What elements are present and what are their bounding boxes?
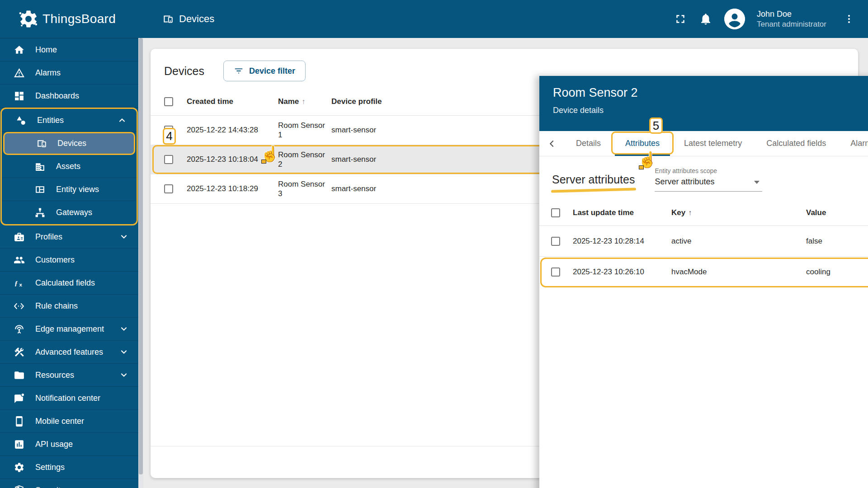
col-name[interactable]: Name↑ <box>278 97 331 106</box>
sidebar-item-notification-center[interactable]: Notification center <box>0 387 138 410</box>
yellow-underline-annotation <box>551 188 636 192</box>
sidebar-item-settings[interactable]: Settings <box>0 456 138 479</box>
calculated-fields-icon: ƒx <box>14 277 25 289</box>
sort-asc-icon: ↑ <box>688 209 692 216</box>
attributes-scope-select[interactable]: Entity attributes scope Server attribute… <box>655 167 762 192</box>
sidebar-item-label: Calculated fields <box>35 278 95 288</box>
thingsboard-app: ThingsBoard Devices John Doe Tenant admi… <box>0 0 868 488</box>
fullscreen-icon[interactable] <box>674 12 687 26</box>
sidebar-item-calculated-fields[interactable]: ƒxCalculated fields <box>0 272 138 295</box>
sidebar-item-profiles[interactable]: Profiles <box>0 225 138 249</box>
scrollbar-thumb[interactable] <box>139 38 143 474</box>
devices-icon <box>36 138 47 149</box>
row-checkbox[interactable] <box>551 237 560 246</box>
col-created-time[interactable]: Created time <box>187 97 278 106</box>
last-update-cell: 2025-12-23 10:26:10 <box>573 267 671 277</box>
user-info[interactable]: John Doe Tenant administrator <box>757 9 826 29</box>
device-filter-label: Device filter <box>249 66 295 76</box>
sidebar-nav: HomeAlarmsDashboardsEntitiesDevicesAsset… <box>0 38 138 488</box>
sidebar-item-label: Customers <box>35 255 75 265</box>
attribute-row-active[interactable]: 2025-12-23 10:28:14activefalse <box>539 226 868 257</box>
details-panel-header: Room Sensor 2 Device details ? <box>539 76 868 131</box>
sidebar-item-rule-chains[interactable]: Rule chains <box>0 295 138 318</box>
scope-label: Entity attributes scope <box>655 167 762 174</box>
sidebar-scrollbar[interactable] <box>138 38 143 488</box>
sidebar-item-alarms[interactable]: Alarms <box>0 61 138 84</box>
row-checkbox[interactable] <box>164 155 173 164</box>
chevron-up-icon <box>118 116 127 125</box>
sidebar-item-advanced-features[interactable]: Advanced features <box>0 341 138 364</box>
api-usage-icon <box>14 439 25 450</box>
value-cell: cooling <box>806 267 868 277</box>
rule-chains-icon <box>14 300 25 312</box>
last-update-cell: 2025-12-23 10:28:14 <box>573 237 671 246</box>
sidebar-item-label: Home <box>35 45 57 55</box>
gateways-icon <box>34 207 46 218</box>
dropdown-arrow-icon <box>754 181 760 184</box>
value-cell: false <box>806 237 868 246</box>
sidebar-item-assets[interactable]: Assets <box>2 155 137 178</box>
details-title: Room Sensor 2 <box>553 86 868 100</box>
tab-details[interactable]: Details <box>564 131 613 156</box>
advanced-features-icon <box>14 347 25 358</box>
sidebar-item-devices[interactable]: Devices <box>3 132 135 155</box>
sidebar-item-security[interactable]: Security <box>0 479 138 488</box>
user-avatar[interactable] <box>724 9 745 29</box>
devices-card-title: Devices <box>164 65 204 78</box>
user-name: John Doe <box>757 9 826 19</box>
tab-calculated-fields[interactable]: Calculated fields <box>754 131 838 156</box>
sidebar-item-label: Rule chains <box>35 301 78 311</box>
entities-icon <box>15 115 27 126</box>
chevron-down-icon <box>119 232 128 241</box>
kebab-menu-icon[interactable] <box>844 12 854 26</box>
sidebar-item-dashboards[interactable]: Dashboards <box>0 84 138 108</box>
sidebar-item-entity-views[interactable]: Entity views <box>2 178 137 201</box>
sidebar-item-label: Edge management <box>35 324 104 334</box>
sidebar-item-resources[interactable]: Resources <box>0 364 138 387</box>
device-name-cell: Room Sensor 1 <box>278 121 331 140</box>
chevron-down-icon <box>119 347 128 357</box>
notifications-bell-icon[interactable] <box>699 12 712 26</box>
sidebar-item-label: Alarms <box>35 68 61 78</box>
select-all-checkbox[interactable] <box>164 97 173 106</box>
row-checkbox[interactable] <box>164 184 173 193</box>
col-last-update-time[interactable]: Last update time <box>573 208 671 217</box>
sidebar-item-entities[interactable]: Entities <box>2 109 137 132</box>
notification-center-icon <box>14 393 25 404</box>
tab-latest-telemetry[interactable]: Latest telemetry <box>672 131 754 156</box>
select-all-attributes-checkbox[interactable] <box>551 208 560 217</box>
details-subtitle: Device details <box>553 106 868 115</box>
attributes-heading: Server attributes <box>552 173 635 186</box>
sidebar-item-edge-management[interactable]: Edge management <box>0 318 138 341</box>
col-value[interactable]: Value <box>806 208 868 217</box>
app-logo[interactable]: ThingsBoard <box>0 9 138 29</box>
sidebar-item-api-usage[interactable]: API usage <box>0 433 138 456</box>
sidebar-item-label: Devices <box>57 139 86 148</box>
top-bar: ThingsBoard Devices John Doe Tenant admi… <box>0 0 868 38</box>
device-name-cell: Room Sensor 3 <box>278 179 331 199</box>
sidebar-item-label: Notification center <box>35 394 100 403</box>
resources-icon <box>14 370 25 381</box>
profiles-icon <box>14 231 25 243</box>
sidebar-item-label: API usage <box>35 440 73 449</box>
sidebar-item-label: Mobile center <box>35 417 84 426</box>
sidebar-item-label: Gateways <box>56 208 92 217</box>
tab-alarm-rules[interactable]: Alarm rules <box>838 131 868 156</box>
svg-text:ƒ: ƒ <box>14 279 18 286</box>
tabs-scroll-left-icon[interactable] <box>542 131 562 156</box>
sidebar-item-customers[interactable]: Customers <box>0 249 138 272</box>
sidebar-item-home[interactable]: Home <box>0 38 138 61</box>
key-cell: active <box>671 237 806 246</box>
sidebar-item-label: Resources <box>35 371 74 380</box>
device-filter-button[interactable]: Device filter <box>223 61 306 81</box>
sidebar-item-mobile-center[interactable]: Mobile center <box>0 410 138 433</box>
created-time-cell: 2025-12-23 10:18:29 <box>187 184 278 193</box>
row-checkbox[interactable] <box>551 267 560 277</box>
user-role: Tenant administrator <box>757 19 826 29</box>
col-key[interactable]: Key↑ <box>671 208 806 217</box>
device-details-panel: Room Sensor 2 Device details ? DetailsAt… <box>539 76 868 488</box>
sidebar-item-label: Settings <box>35 463 65 472</box>
attribute-row-hvacmode[interactable]: 2025-12-23 10:26:10hvacModecooling <box>539 257 868 287</box>
details-tabs: DetailsAttributesLatest telemetryCalcula… <box>539 131 868 156</box>
sidebar-item-gateways[interactable]: Gateways <box>2 201 137 224</box>
